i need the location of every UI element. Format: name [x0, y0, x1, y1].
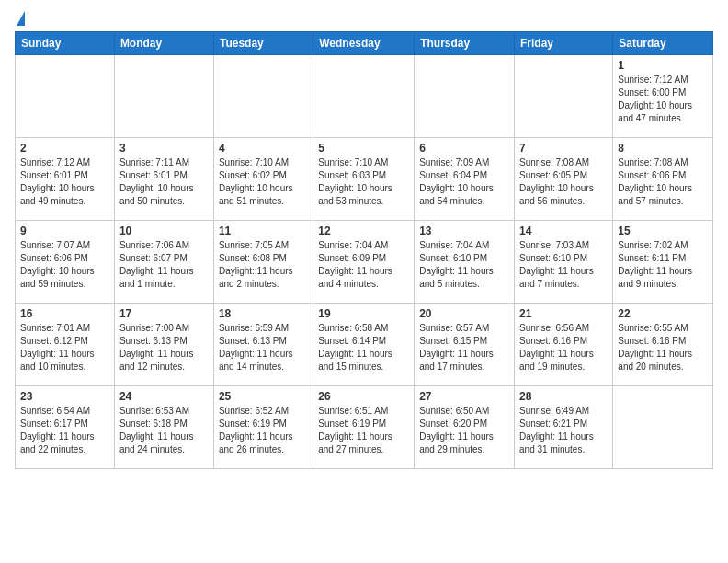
dow-header-wednesday: Wednesday	[313, 32, 415, 55]
day-cell: 2Sunrise: 7:12 AM Sunset: 6:01 PM Daylig…	[16, 138, 115, 221]
day-info: Sunrise: 7:12 AM Sunset: 6:01 PM Dayligh…	[20, 156, 109, 208]
day-cell: 20Sunrise: 6:57 AM Sunset: 6:15 PM Dayli…	[415, 304, 515, 386]
day-number: 5	[318, 142, 409, 155]
day-cell: 3Sunrise: 7:11 AM Sunset: 6:01 PM Daylig…	[114, 138, 213, 221]
week-row-4: 23Sunrise: 6:54 AM Sunset: 6:17 PM Dayli…	[16, 386, 713, 469]
day-info: Sunrise: 6:49 AM Sunset: 6:21 PM Dayligh…	[519, 405, 608, 456]
day-cell: 5Sunrise: 7:10 AM Sunset: 6:03 PM Daylig…	[313, 138, 415, 221]
day-cell: 15Sunrise: 7:02 AM Sunset: 6:11 PM Dayli…	[613, 221, 713, 304]
day-info: Sunrise: 7:03 AM Sunset: 6:10 PM Dayligh…	[519, 239, 608, 291]
day-info: Sunrise: 7:12 AM Sunset: 6:00 PM Dayligh…	[618, 74, 708, 125]
day-number: 19	[318, 307, 409, 320]
day-cell: 24Sunrise: 6:53 AM Sunset: 6:18 PM Dayli…	[114, 386, 213, 469]
calendar: SundayMondayTuesdayWednesdayThursdayFrid…	[15, 31, 713, 469]
day-info: Sunrise: 6:59 AM Sunset: 6:13 PM Dayligh…	[219, 322, 308, 373]
page: SundayMondayTuesdayWednesdayThursdayFrid…	[0, 0, 728, 478]
day-cell: 17Sunrise: 7:00 AM Sunset: 6:13 PM Dayli…	[114, 304, 213, 386]
day-number: 27	[419, 390, 509, 403]
day-number: 15	[618, 224, 708, 237]
dow-header-monday: Monday	[114, 32, 213, 55]
day-info: Sunrise: 7:04 AM Sunset: 6:10 PM Dayligh…	[419, 239, 509, 291]
day-number: 20	[419, 307, 509, 320]
day-cell	[213, 55, 313, 138]
day-number: 2	[20, 142, 109, 155]
day-number: 13	[419, 224, 509, 237]
day-number: 26	[318, 390, 409, 403]
day-cell: 11Sunrise: 7:05 AM Sunset: 6:08 PM Dayli…	[213, 221, 313, 304]
day-info: Sunrise: 6:50 AM Sunset: 6:20 PM Dayligh…	[419, 405, 509, 456]
day-info: Sunrise: 7:07 AM Sunset: 6:06 PM Dayligh…	[20, 239, 109, 291]
day-number: 3	[119, 142, 209, 155]
day-cell: 22Sunrise: 6:55 AM Sunset: 6:16 PM Dayli…	[613, 304, 713, 386]
day-cell: 28Sunrise: 6:49 AM Sunset: 6:21 PM Dayli…	[515, 386, 613, 469]
logo-triangle	[17, 11, 25, 26]
day-info: Sunrise: 6:56 AM Sunset: 6:16 PM Dayligh…	[519, 322, 608, 373]
day-info: Sunrise: 6:54 AM Sunset: 6:17 PM Dayligh…	[20, 405, 109, 456]
day-number: 11	[219, 224, 308, 237]
dow-header-saturday: Saturday	[613, 32, 713, 55]
day-number: 16	[20, 307, 109, 320]
day-cell: 21Sunrise: 6:56 AM Sunset: 6:16 PM Dayli…	[515, 304, 613, 386]
day-info: Sunrise: 6:58 AM Sunset: 6:14 PM Dayligh…	[318, 322, 409, 373]
day-cell: 1Sunrise: 7:12 AM Sunset: 6:00 PM Daylig…	[613, 55, 713, 138]
week-row-1: 2Sunrise: 7:12 AM Sunset: 6:01 PM Daylig…	[16, 138, 713, 221]
logo	[15, 9, 25, 26]
day-info: Sunrise: 6:53 AM Sunset: 6:18 PM Dayligh…	[119, 405, 209, 456]
day-number: 12	[318, 224, 409, 237]
dow-header-tuesday: Tuesday	[213, 32, 313, 55]
day-cell: 7Sunrise: 7:08 AM Sunset: 6:05 PM Daylig…	[515, 138, 613, 221]
day-cell: 23Sunrise: 6:54 AM Sunset: 6:17 PM Dayli…	[16, 386, 115, 469]
header	[15, 9, 713, 26]
day-number: 28	[519, 390, 608, 403]
day-info: Sunrise: 7:10 AM Sunset: 6:02 PM Dayligh…	[219, 156, 308, 208]
day-number: 14	[519, 224, 608, 237]
day-number: 4	[219, 142, 308, 155]
day-cell	[415, 55, 515, 138]
day-number: 21	[519, 307, 608, 320]
week-row-2: 9Sunrise: 7:07 AM Sunset: 6:06 PM Daylig…	[16, 221, 713, 304]
day-cell: 4Sunrise: 7:10 AM Sunset: 6:02 PM Daylig…	[213, 138, 313, 221]
days-of-week-row: SundayMondayTuesdayWednesdayThursdayFrid…	[16, 32, 713, 55]
day-info: Sunrise: 7:08 AM Sunset: 6:05 PM Dayligh…	[519, 156, 608, 208]
day-cell: 13Sunrise: 7:04 AM Sunset: 6:10 PM Dayli…	[415, 221, 515, 304]
week-row-3: 16Sunrise: 7:01 AM Sunset: 6:12 PM Dayli…	[16, 304, 713, 386]
calendar-body: 1Sunrise: 7:12 AM Sunset: 6:00 PM Daylig…	[16, 55, 713, 469]
day-info: Sunrise: 6:57 AM Sunset: 6:15 PM Dayligh…	[419, 322, 509, 373]
day-cell	[613, 386, 713, 469]
day-info: Sunrise: 7:09 AM Sunset: 6:04 PM Dayligh…	[419, 156, 509, 208]
day-cell: 19Sunrise: 6:58 AM Sunset: 6:14 PM Dayli…	[313, 304, 415, 386]
day-number: 18	[219, 307, 308, 320]
day-number: 25	[219, 390, 308, 403]
day-number: 6	[419, 142, 509, 155]
day-cell: 6Sunrise: 7:09 AM Sunset: 6:04 PM Daylig…	[415, 138, 515, 221]
day-cell: 16Sunrise: 7:01 AM Sunset: 6:12 PM Dayli…	[16, 304, 115, 386]
day-cell: 18Sunrise: 6:59 AM Sunset: 6:13 PM Dayli…	[213, 304, 313, 386]
day-cell	[313, 55, 415, 138]
day-number: 24	[119, 390, 209, 403]
day-number: 1	[618, 59, 708, 72]
day-cell	[16, 55, 115, 138]
day-cell: 25Sunrise: 6:52 AM Sunset: 6:19 PM Dayli…	[213, 386, 313, 469]
dow-header-friday: Friday	[515, 32, 613, 55]
day-cell: 8Sunrise: 7:08 AM Sunset: 6:06 PM Daylig…	[613, 138, 713, 221]
day-number: 22	[618, 307, 708, 320]
day-info: Sunrise: 6:55 AM Sunset: 6:16 PM Dayligh…	[618, 322, 708, 373]
day-info: Sunrise: 7:10 AM Sunset: 6:03 PM Dayligh…	[318, 156, 409, 208]
day-number: 8	[618, 142, 708, 155]
day-info: Sunrise: 7:11 AM Sunset: 6:01 PM Dayligh…	[119, 156, 209, 208]
day-cell: 10Sunrise: 7:06 AM Sunset: 6:07 PM Dayli…	[114, 221, 213, 304]
day-cell: 14Sunrise: 7:03 AM Sunset: 6:10 PM Dayli…	[515, 221, 613, 304]
day-info: Sunrise: 6:52 AM Sunset: 6:19 PM Dayligh…	[219, 405, 308, 456]
day-cell	[114, 55, 213, 138]
day-cell: 26Sunrise: 6:51 AM Sunset: 6:19 PM Dayli…	[313, 386, 415, 469]
day-number: 17	[119, 307, 209, 320]
day-number: 9	[20, 224, 109, 237]
day-info: Sunrise: 7:04 AM Sunset: 6:09 PM Dayligh…	[318, 239, 409, 291]
day-cell: 12Sunrise: 7:04 AM Sunset: 6:09 PM Dayli…	[313, 221, 415, 304]
day-cell: 9Sunrise: 7:07 AM Sunset: 6:06 PM Daylig…	[16, 221, 115, 304]
day-info: Sunrise: 7:00 AM Sunset: 6:13 PM Dayligh…	[119, 322, 209, 373]
day-info: Sunrise: 7:01 AM Sunset: 6:12 PM Dayligh…	[20, 322, 109, 373]
dow-header-sunday: Sunday	[16, 32, 115, 55]
day-cell	[515, 55, 613, 138]
day-cell: 27Sunrise: 6:50 AM Sunset: 6:20 PM Dayli…	[415, 386, 515, 469]
